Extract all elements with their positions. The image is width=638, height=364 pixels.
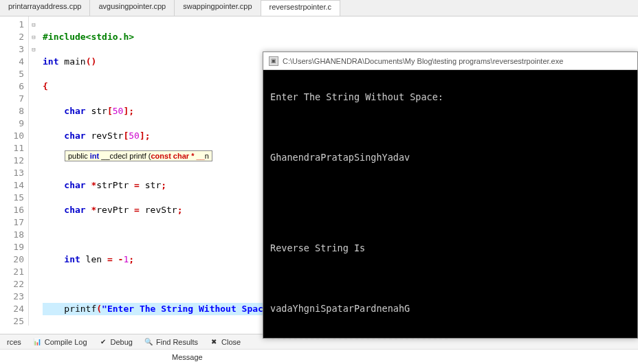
- line-num: 4: [0, 56, 24, 68]
- console-path: C:\Users\GHANENDRA\Documents\My Blog\tes…: [283, 57, 563, 65]
- tab-printarray[interactable]: printarrayaddress.cpp: [0, 0, 90, 16]
- close-icon: ✖: [209, 337, 219, 347]
- tab-avgusing[interactable]: avgusingpointer.cpp: [90, 0, 175, 16]
- line-num: 8: [0, 105, 24, 117]
- fold-column: ⊟ ⊟ ⊟: [29, 16, 38, 326]
- fold-toggle[interactable]: ⊟: [29, 19, 38, 31]
- line-num: 13: [0, 167, 24, 179]
- tab-resources[interactable]: rces: [1, 337, 27, 348]
- line-num: 20: [0, 253, 24, 266]
- line-num: 3: [0, 43, 24, 56]
- console-icon: ▣: [269, 56, 278, 66]
- line-num: 14: [0, 179, 24, 192]
- line-num: 11: [0, 142, 24, 155]
- line-num: 7: [0, 93, 24, 105]
- line-num: 10: [0, 130, 24, 142]
- fold-toggle[interactable]: ⊟: [29, 43, 38, 56]
- line-num: 12: [0, 155, 24, 167]
- line-num: 15: [0, 192, 24, 204]
- tab-debug[interactable]: ✔Debug: [93, 336, 138, 348]
- fold-toggle[interactable]: ⊟: [29, 31, 38, 43]
- function-tooltip: public int __cdecl printf (const char * …: [65, 150, 212, 161]
- tab-close[interactable]: ✖Close: [204, 336, 246, 348]
- console-window[interactable]: ▣ C:\Users\GHANENDRA\Documents\My Blog\t…: [263, 52, 638, 339]
- console-titlebar[interactable]: ▣ C:\Users\GHANENDRA\Documents\My Blog\t…: [263, 52, 637, 70]
- compile-icon: 📊: [32, 337, 42, 347]
- line-num: 6: [0, 80, 24, 93]
- line-num: 1: [0, 19, 24, 31]
- line-num: 21: [0, 266, 24, 278]
- line-num: 23: [0, 291, 24, 303]
- line-num: 5: [0, 68, 24, 80]
- line-num: 19: [0, 241, 24, 253]
- debug-icon: ✔: [98, 337, 108, 347]
- line-num: 17: [0, 216, 24, 229]
- console-output: Enter The String Without Space: Ghanendr…: [263, 70, 637, 364]
- line-num: 16: [0, 204, 24, 216]
- tab-swapping[interactable]: swappingpointer.cpp: [175, 0, 261, 16]
- line-number-gutter: 1 2 3 4 5 6 7 8 9 10 11 12 13 14 15 16 1…: [0, 16, 29, 326]
- line-num: 22: [0, 278, 24, 291]
- line-num: 18: [0, 229, 24, 241]
- tab-reversestr[interactable]: reversestrpointer.c: [261, 0, 340, 16]
- tab-compile-log[interactable]: 📊Compile Log: [27, 336, 93, 348]
- tab-bar: printarrayaddress.cpp avgusingpointer.cp…: [0, 0, 638, 16]
- find-icon: 🔍: [144, 337, 153, 347]
- line-num: 25: [0, 315, 24, 328]
- line-num: 2: [0, 31, 24, 43]
- line-num: 9: [0, 117, 24, 130]
- tab-find-results[interactable]: 🔍Find Results: [138, 336, 204, 348]
- line-num: 24: [0, 303, 24, 315]
